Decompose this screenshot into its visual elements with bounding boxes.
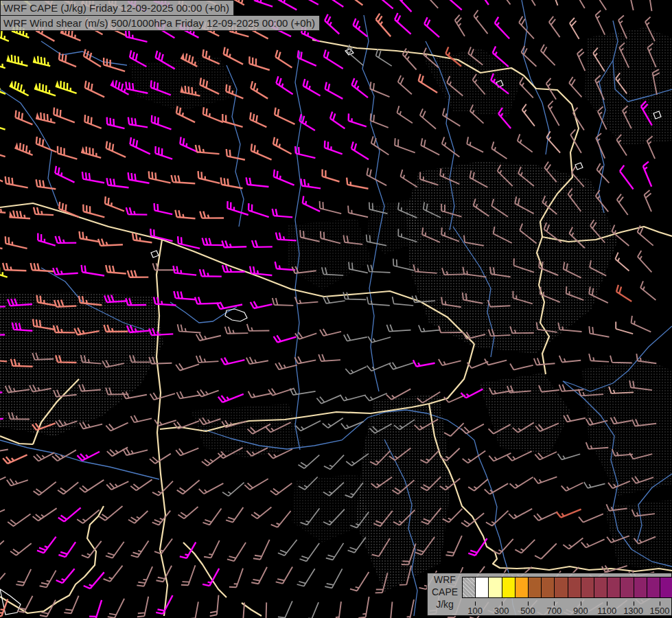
cape-legend-label: WRF CAPE J/kg <box>428 573 462 615</box>
legend-label-line: CAPE <box>428 586 462 598</box>
legend-color-box <box>528 577 542 598</box>
legend-tick-label: 100 <box>461 606 489 616</box>
map-title-windshear-text: WRF Wind shear (m/s) 500/1000hPa Friday … <box>3 17 315 29</box>
legend-color-box <box>554 577 568 598</box>
legend-tick-label: 300 <box>488 606 515 616</box>
legend-tick-label: 1100 <box>593 606 621 616</box>
legend-tick-label: 1500 <box>646 606 672 616</box>
legend-color-box <box>462 577 476 598</box>
map-header: WRF CAPE (J/kg) Friday 12-09-2025 00:00 … <box>0 0 320 31</box>
legend-label-line: J/kg <box>428 599 462 610</box>
legend-color-box <box>488 577 502 598</box>
legend-tick-label: 700 <box>540 606 568 616</box>
legend-tick-label: 900 <box>567 606 594 616</box>
wrf-weather-map-page: WRF CAPE (J/kg) Friday 12-09-2025 00:00 … <box>0 0 672 618</box>
map-title-cape-text: WRF CAPE (J/kg) Friday 12-09-2025 00:00 … <box>3 2 229 14</box>
legend-color-box <box>660 577 672 598</box>
legend-color-box <box>475 577 489 598</box>
legend-color-box <box>568 577 581 598</box>
legend-color-box <box>594 577 607 598</box>
legend-label-line: WRF <box>428 574 462 586</box>
legend-tick-label: 1300 <box>620 606 647 616</box>
legend-color-box <box>502 577 515 598</box>
map-title-cape: WRF CAPE (J/kg) Friday 12-09-2025 00:00 … <box>0 0 234 16</box>
weather-map <box>0 0 672 618</box>
cape-legend: WRF CAPE J/kg 10030050070090011001300150… <box>427 573 672 616</box>
weather-map-svg <box>0 0 672 618</box>
legend-tick-label: 500 <box>514 606 542 616</box>
legend-color-box <box>620 577 634 598</box>
legend-color-box <box>541 577 555 598</box>
legend-color-box <box>515 577 529 598</box>
legend-color-box <box>607 577 621 598</box>
legend-color-box <box>581 577 594 598</box>
legend-color-box <box>647 577 660 598</box>
map-title-windshear: WRF Wind shear (m/s) 500/1000hPa Friday … <box>0 16 320 31</box>
legend-color-box <box>634 577 647 598</box>
